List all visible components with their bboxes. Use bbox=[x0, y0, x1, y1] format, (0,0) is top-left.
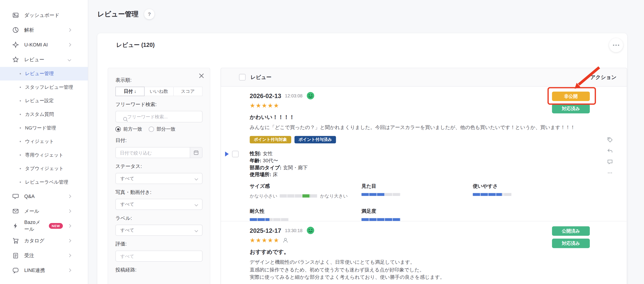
sidebar-item-custom-questions[interactable]: カスタム質問 bbox=[0, 108, 88, 121]
chevron-right-icon bbox=[68, 254, 71, 257]
status-select[interactable]: すべて bbox=[115, 173, 202, 184]
match-prefix-radio[interactable]: 前方一致 bbox=[115, 126, 142, 132]
analysis-icon bbox=[12, 26, 19, 33]
select-all-checkbox[interactable] bbox=[239, 74, 246, 80]
review-checkbox[interactable] bbox=[232, 150, 239, 157]
ellipsis-icon bbox=[612, 44, 620, 46]
review-row: 2025-12-17 13:30:18 ★★★★★ お bbox=[221, 222, 627, 284]
sidebar-item-analysis[interactable]: 解析 bbox=[0, 22, 88, 37]
attribute-row: 部屋のタイプ:玄関・廊下 bbox=[250, 164, 577, 171]
sidebar-item-label: 受注 bbox=[24, 252, 34, 259]
sort-label: 表示順: bbox=[115, 77, 202, 84]
sidebar-subitem-label: 専用ウィジェット bbox=[25, 152, 64, 158]
comment-icon[interactable] bbox=[607, 159, 613, 164]
sidebar-item-label: カタログ bbox=[24, 237, 44, 244]
label-filter-label: ラベル: bbox=[115, 215, 202, 222]
chevron-right-icon bbox=[68, 209, 71, 213]
date-filter-input[interactable] bbox=[116, 148, 190, 158]
size-scale-track bbox=[280, 194, 318, 198]
review-card: レビュー (120) 表示順: 日付 ↓ いいね数 スコア bbox=[98, 33, 627, 284]
date-label: 日付: bbox=[115, 137, 202, 144]
question-icon: ? bbox=[148, 12, 151, 17]
review-list-header: レビュー bbox=[250, 74, 272, 81]
new-badge: NEW bbox=[49, 223, 63, 229]
unpublish-button[interactable]: 非公開 bbox=[552, 92, 590, 101]
chevron-right-icon bbox=[68, 239, 71, 242]
sidebar-item-ukomi-ai[interactable]: U-KOMI AI bbox=[0, 37, 88, 52]
sidebar-item-orders[interactable]: 受注 bbox=[0, 248, 88, 263]
sidebar-item-staff-review-management[interactable]: スタッフレビュー管理 bbox=[0, 80, 88, 94]
match-partial-radio[interactable]: 部分一致 bbox=[148, 126, 175, 132]
sidebar-subitem-label: NGワード管理 bbox=[25, 125, 56, 131]
sidebar-item-ng-words[interactable]: NGワード管理 bbox=[0, 121, 88, 135]
help-button[interactable]: ? bbox=[144, 9, 154, 19]
bullet-icon bbox=[20, 154, 21, 156]
sidebar-item-line[interactable]: LINE連携 bbox=[0, 263, 88, 278]
keyword-search-input[interactable] bbox=[115, 111, 202, 122]
sort-by-date-button[interactable]: 日付 ↓ bbox=[115, 87, 145, 96]
sidebar-item-mail[interactable]: メール bbox=[0, 204, 88, 218]
select-value: すべて bbox=[120, 201, 134, 207]
mail-icon bbox=[12, 208, 19, 214]
star-icon bbox=[12, 56, 19, 63]
handled-button[interactable]: 対応済み bbox=[552, 104, 590, 114]
more-options-icon[interactable] bbox=[607, 170, 613, 176]
sidebar-item-widget[interactable]: ウィジェット bbox=[0, 135, 88, 148]
reply-icon[interactable] bbox=[607, 148, 613, 154]
chevron-right-icon bbox=[68, 268, 71, 272]
line-bubble-icon bbox=[12, 267, 19, 274]
review-title: おすすめです。 bbox=[250, 248, 577, 256]
page-header: レビュー管理 ? bbox=[88, 0, 644, 19]
sidebar-item-review-labels[interactable]: レビューラベル管理 bbox=[0, 176, 88, 189]
bullet-icon bbox=[20, 87, 21, 88]
keyword-label: フリーワード検索: bbox=[115, 101, 202, 108]
sidebar-item-label: Bazoメール bbox=[24, 219, 41, 233]
reviewer-attributes: 性別:女性 年齢:30代〜 部屋のタイプ:玄関・廊下 使用場所:床 bbox=[250, 150, 577, 178]
sidebar-item-qa[interactable]: Q&A bbox=[0, 189, 88, 204]
sidebar-item-review[interactable]: レビュー bbox=[0, 52, 88, 67]
sidebar-item-label: レビュー bbox=[24, 56, 44, 63]
sidebar-item-dedicated-widget[interactable]: 専用ウィジェット bbox=[0, 148, 88, 162]
tag-icon[interactable] bbox=[607, 137, 613, 142]
action-header: アクション bbox=[590, 74, 616, 81]
handled-button[interactable]: 対応済み bbox=[552, 239, 590, 248]
sidebar-item-bazo-mail[interactable]: Bazoメール NEW bbox=[0, 218, 88, 233]
media-select[interactable]: すべて bbox=[115, 199, 202, 210]
anonymous-user-icon bbox=[283, 237, 288, 243]
chevron-right-icon bbox=[68, 43, 71, 46]
review-content: 2026-02-13 12:03:08 ★★★★★ かわいい！！！！ みんなに「… bbox=[250, 92, 577, 221]
sidebar-subitem-label: タブウィジェット bbox=[25, 166, 64, 172]
radio-label: 前方一致 bbox=[123, 126, 142, 132]
channel-label: 投稿経路: bbox=[115, 266, 202, 274]
label-select[interactable]: すべて bbox=[115, 224, 202, 236]
cart-icon bbox=[12, 237, 19, 244]
rating-input[interactable] bbox=[115, 250, 202, 262]
action-column: 非公開 対応済み bbox=[552, 92, 590, 113]
sidebar-item-tab-widget[interactable]: タブウィジェット bbox=[0, 162, 88, 176]
metric-label: 満足度 bbox=[361, 208, 473, 215]
chevron-right-icon bbox=[68, 28, 71, 32]
sidebar-item-review-management[interactable]: レビュー管理 bbox=[0, 67, 88, 80]
review-title: かわいい！！！！ bbox=[250, 114, 577, 121]
sort-by-score-button[interactable]: スコア bbox=[173, 87, 202, 96]
metric-grid: サイズ感 かなり小さい かなり大きい bbox=[250, 182, 577, 221]
review-date: 2025-12-17 bbox=[250, 227, 281, 234]
close-button[interactable] bbox=[198, 72, 205, 80]
calendar-button[interactable] bbox=[190, 148, 202, 158]
chat-icon bbox=[12, 193, 19, 200]
sidebar-item-review-settings[interactable]: レビュー設定 bbox=[0, 94, 88, 108]
published-button[interactable]: 公開済み bbox=[552, 226, 590, 236]
attribute-row: 年齢:30代〜 bbox=[250, 157, 577, 164]
sidebar-item-label: メール bbox=[24, 208, 39, 214]
expand-toggle[interactable] bbox=[225, 151, 229, 156]
chevron-down-icon bbox=[194, 228, 198, 232]
review-tools bbox=[607, 137, 613, 176]
media-label: 写真・動画付き: bbox=[115, 189, 202, 196]
radio-label: 部分一致 bbox=[156, 126, 176, 132]
sidebar-subitem-label: レビューラベル管理 bbox=[25, 179, 68, 185]
dashboard-icon bbox=[12, 12, 19, 18]
sidebar-item-dashboard[interactable]: ダッシュボード bbox=[0, 8, 88, 22]
sort-by-likes-button[interactable]: いいね数 bbox=[144, 87, 174, 96]
sidebar-item-catalog[interactable]: カタログ bbox=[0, 233, 88, 248]
more-button[interactable] bbox=[609, 38, 623, 52]
